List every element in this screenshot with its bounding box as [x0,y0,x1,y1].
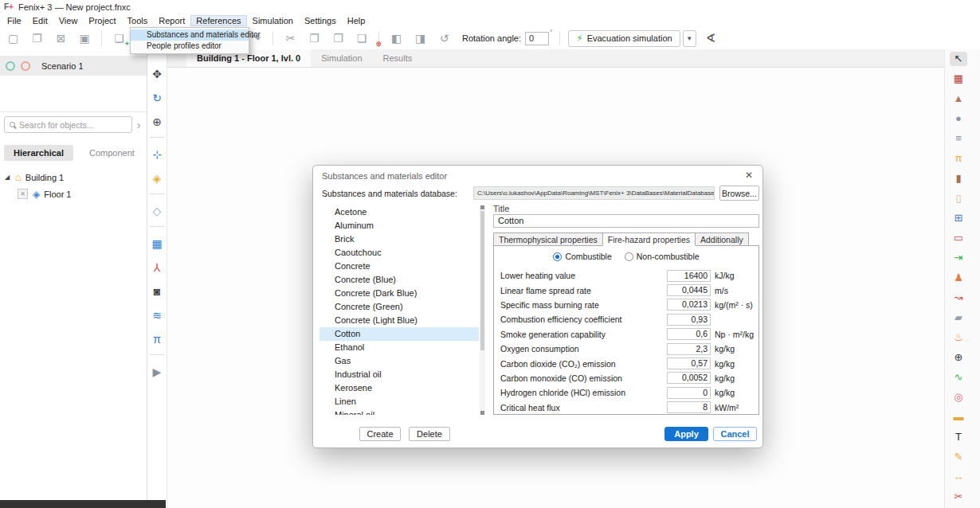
browse-button[interactable]: Browse... [719,186,759,201]
target-point-icon[interactable]: ⊕ [950,350,967,365]
window-icon[interactable]: ⊞ [950,211,967,225]
property-value-input[interactable]: 0,6 [667,328,711,340]
axes-icon[interactable]: ⅄ [150,261,164,275]
move-tool-icon[interactable]: ✥ [150,68,164,81]
scrollbar-thumb[interactable] [480,211,484,350]
rotate-view-icon[interactable]: ↻ [150,92,164,105]
flip-horizontal-icon[interactable]: ◧ [390,31,403,45]
save-project-icon[interactable]: ▣ [78,31,102,45]
layers-icon[interactable]: ≋ [150,309,164,322]
paste-icon[interactable]: ❒ [331,31,345,45]
property-value-input[interactable]: 0 [667,387,711,399]
tab-fire-hazard-properties[interactable]: Fire-hazard properties [602,233,696,246]
person-icon[interactable]: ♟ [950,271,967,285]
door-icon[interactable]: ▮ [950,171,967,186]
menu-report[interactable]: Report [153,15,190,26]
material-list-item[interactable]: Concrete (Dark Blue) [319,287,479,300]
property-value-input[interactable]: 8 [667,401,711,413]
menu-item-substances-materials-editor[interactable]: Substances and materials editor [131,29,249,41]
material-list-item[interactable]: Mineral oil [319,408,479,415]
material-list-item[interactable]: Cotton [319,327,479,341]
menu-help[interactable]: Help [342,15,371,26]
scenario-row[interactable]: Scenario 1 [0,56,147,76]
menu-tools[interactable]: Tools [122,15,154,26]
apply-button[interactable]: Apply [664,427,708,441]
flip-vertical-icon[interactable]: ◨ [414,31,427,45]
draw-tool-icon[interactable]: ✎ [950,450,967,464]
rotate-icon[interactable]: ↺ [437,31,451,45]
zoom-tool-icon[interactable]: ⊕ [150,115,164,138]
fire-source-icon[interactable]: ♨ [950,330,967,345]
emergency-exit-icon[interactable]: ⇥ [950,251,967,265]
search-input[interactable]: Search for objects... [4,116,132,133]
tab-component[interactable]: Component [80,145,144,161]
notifier-icon[interactable]: ▬ [950,410,967,424]
menu-references[interactable]: References [190,15,246,26]
combustible-radio[interactable]: Combustible [553,252,611,261]
title-input[interactable]: Cotton [493,214,759,228]
rotation-angle-input[interactable]: 0 [525,32,549,45]
dimension-tool-icon[interactable]: ↔ [950,470,967,484]
material-list-item[interactable]: Acetone [319,205,479,219]
add-scenario-icon[interactable]: ❏+ [112,31,126,45]
wireframe-view-icon[interactable]: ◇ [150,205,164,227]
ramp-icon[interactable]: ▲ [950,92,967,106]
menu-edit[interactable]: Edit [27,15,53,26]
screenshot-icon[interactable]: ◙ [150,285,164,299]
material-list-item[interactable]: Linen [319,395,479,408]
wall-icon[interactable]: ▦ [950,72,967,86]
alarm-icon[interactable]: ◎ [950,390,967,404]
property-value-input[interactable]: 2,3 [667,343,711,355]
material-list-item[interactable]: Brick [319,233,479,246]
material-list-item[interactable]: Concrete (Light Blue) [319,314,479,327]
non-combustible-radio[interactable]: Non-combustible [625,252,700,261]
open-project-icon[interactable]: ❐ [30,31,44,45]
sensor-icon[interactable]: ∿ [950,370,967,385]
tab-thermophysical-properties[interactable]: Thermophysical properties [493,233,603,246]
evacuation-dropdown-button[interactable]: ▼ [683,30,696,47]
furniture-visibility-icon[interactable]: π [150,333,164,355]
select-tool-icon[interactable]: ↖ [950,52,967,66]
materials-scrollbar[interactable] [480,205,485,415]
tab-additionally[interactable]: Additionally [695,233,749,246]
view-3d-icon[interactable]: ◈ [150,172,164,194]
tab-simulation[interactable]: Simulation [311,49,372,67]
property-value-input[interactable]: 0,0052 [667,372,711,384]
property-value-input[interactable]: 0,57 [667,358,711,369]
fit-view-icon[interactable]: ⊹ [150,148,164,162]
menu-file[interactable]: File [2,15,27,26]
evacuation-simulation-button[interactable]: ⚡ Evacuation simulation [568,30,680,47]
database-path-field[interactable]: C:\Users\o.lukashov\AppData\Roaming\MST\… [473,186,715,200]
menu-project[interactable]: Project [83,15,121,26]
stairs-icon[interactable]: ≡ [950,131,967,146]
material-list-item[interactable]: Concrete (Green) [319,300,479,314]
material-list-item[interactable]: Gas [319,354,479,368]
delete-button[interactable]: Delete [409,427,450,441]
material-list-item[interactable]: Ethanol [319,341,479,354]
material-list-item[interactable]: Concrete (Blue) [319,273,479,287]
material-list-item[interactable]: Industrial oil [319,368,479,381]
furniture-icon[interactable]: π [950,151,967,166]
cancel-button[interactable]: Cancel [713,427,757,441]
delete-icon[interactable]: ❏⊗ [355,31,379,45]
cut-icon[interactable]: ✂ [284,31,297,45]
create-button[interactable]: Create [359,427,401,441]
property-value-input[interactable]: 16400 [667,270,711,282]
new-project-icon[interactable]: ▢ [6,31,20,45]
menu-item-people-profiles-editor[interactable]: People profiles editor [131,41,249,52]
material-list-item[interactable]: Concrete [319,260,479,273]
property-value-input[interactable]: 0,0213 [667,299,711,311]
route-icon[interactable]: ↝ [950,291,967,305]
menu-simulation[interactable]: Simulation [247,15,299,26]
material-list-item[interactable]: Aluminum [319,219,479,233]
close-icon[interactable]: ✕ [745,170,753,181]
region-icon[interactable]: ▰ [950,311,967,325]
presentation-icon[interactable]: ▶ [150,365,164,379]
tree-item-building[interactable]: ◢ ⌂ Building 1 [0,169,147,186]
text-tool-icon[interactable]: T [950,430,967,444]
expander-icon[interactable]: ◢ [5,174,13,181]
menu-view[interactable]: View [53,15,84,26]
tab-hierarchical[interactable]: Hierarchical [4,145,73,161]
menu-settings[interactable]: Settings [299,15,342,26]
terrain-icon[interactable]: ● [950,111,967,126]
